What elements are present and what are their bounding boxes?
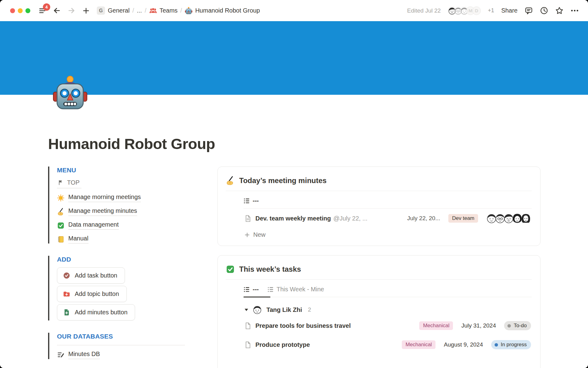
page-file-icon: [244, 341, 252, 349]
clock-icon: [540, 6, 548, 15]
menu-link-data-management[interactable]: Data management: [57, 221, 217, 230]
window-toolbar: 4 G General / ... / Teams /: [0, 0, 588, 21]
list-view-icon: [243, 286, 250, 293]
check-box-icon: [226, 265, 235, 274]
list-view-icon: [243, 197, 250, 204]
share-button[interactable]: Share: [501, 7, 518, 14]
check-box-icon: [57, 222, 65, 229]
more-options-button[interactable]: [571, 6, 579, 15]
assignee-name: Tang Lik Zhi: [266, 306, 302, 313]
list-view-icon: [267, 286, 274, 293]
ellipsis-icon: [571, 6, 579, 15]
breadcrumb-general[interactable]: General: [108, 7, 130, 14]
page-menu-column: MENU TOP Manage morning meetings Manage …: [48, 167, 217, 368]
page-icon-robot[interactable]: [51, 75, 89, 112]
add-minutes-button[interactable]: Add minutes button: [57, 304, 135, 320]
document-plus-icon: [63, 309, 70, 316]
flag-icon: [58, 179, 64, 186]
avatar-letter-d[interactable]: D: [472, 6, 481, 15]
weekly-tasks-card: This week’s tasks --- This Week - Mine: [217, 255, 541, 368]
minutes-db-link[interactable]: Minutes DB: [57, 351, 217, 359]
divider: [57, 345, 185, 345]
comments-button[interactable]: [525, 6, 533, 15]
page-file-icon: [244, 215, 252, 222]
view-tabs: ---: [243, 197, 532, 209]
card-heading: Today’s meeting minutes: [226, 175, 532, 191]
breadcrumb: G General / ... / Teams / Humanoid Robot…: [97, 6, 260, 15]
view-tab-default[interactable]: ---: [243, 286, 259, 293]
dev-team-tag: Dev team: [448, 214, 478, 223]
last-edited-label: Edited Jul 22: [407, 7, 441, 14]
task-title: Prepare tools for business travel: [255, 322, 351, 329]
page-file-icon: [244, 322, 252, 330]
circle-check-icon: [63, 272, 70, 279]
writing-hand-icon: [57, 208, 65, 216]
breadcrumb-ellipsis[interactable]: ...: [137, 7, 142, 14]
menu-link-manual[interactable]: Manual: [57, 235, 217, 243]
view-tab-this-week-mine[interactable]: This Week - Mine: [267, 286, 324, 293]
robot-icon: [51, 75, 89, 112]
back-button[interactable]: [53, 6, 61, 15]
add-task-button[interactable]: Add task button: [57, 267, 125, 284]
menu-heading: MENU: [57, 167, 217, 174]
top-anchor-link[interactable]: TOP: [57, 178, 81, 188]
back-arrow-icon: [53, 6, 61, 15]
assignee-group-row[interactable]: Tang Lik Zhi 2: [243, 305, 532, 314]
group-count: 2: [308, 306, 311, 313]
status-badge-todo: To-do: [504, 321, 531, 330]
notification-badge: 4: [43, 3, 50, 11]
attendee-avatars: [486, 213, 531, 224]
notebook-icon: [57, 236, 65, 243]
task-due-date: August 9, 2024: [444, 341, 483, 348]
content-column: Today’s meeting minutes --- Dev. team we…: [217, 167, 541, 368]
add-topic-button[interactable]: Add topic button: [57, 286, 127, 302]
favorite-button[interactable]: [555, 6, 564, 15]
minutes-database-view: --- Dev. team weekly meeting @July 22, .…: [243, 197, 532, 240]
plus-icon: [82, 7, 90, 15]
task-row[interactable]: Prepare tools for business travel Mechan…: [243, 318, 532, 333]
breadcrumb-current-page[interactable]: Humanoid Robot Group: [185, 7, 260, 15]
collaborator-avatars: M D: [448, 6, 481, 15]
status-dot: [495, 343, 498, 347]
databases-heading: OUR DATABASES: [57, 333, 217, 340]
meeting-date: July 22, 20...: [407, 215, 440, 222]
list-edit-icon: [57, 351, 65, 359]
sun-icon: [57, 194, 65, 202]
mechanical-tag: Mechanical: [402, 340, 435, 349]
meeting-row[interactable]: Dev. team weekly meeting @July 22, ... J…: [243, 209, 532, 228]
menu-section: MENU TOP Manage morning meetings Manage …: [48, 167, 217, 243]
view-tab-default[interactable]: ---: [243, 197, 259, 204]
collapse-triangle-icon: [244, 308, 249, 312]
task-due-date: July 31, 2024: [461, 322, 496, 329]
add-section: ADD Add task button Add topic button Add…: [48, 256, 217, 320]
task-title: Produce prototype: [255, 341, 310, 348]
avatar-overflow-count[interactable]: +1: [488, 7, 494, 14]
new-tab-button[interactable]: [82, 7, 90, 15]
maximize-button[interactable]: [25, 8, 30, 13]
databases-section: OUR DATABASES Minutes DB: [48, 333, 217, 359]
close-button[interactable]: [10, 8, 15, 13]
breadcrumb-teams[interactable]: Teams: [149, 7, 178, 15]
menu-link-meeting-minutes[interactable]: Manage meeting minutes: [57, 207, 217, 216]
plus-icon: [244, 232, 250, 238]
breadcrumb-separator: /: [180, 7, 182, 14]
task-row[interactable]: Produce prototype Mechanical August 9, 2…: [243, 337, 532, 352]
new-row-button[interactable]: New: [243, 228, 532, 240]
mechanical-tag: Mechanical: [419, 321, 453, 330]
menu-link-morning-meetings[interactable]: Manage morning meetings: [57, 194, 217, 202]
workspace-icon[interactable]: G: [97, 6, 105, 15]
window-controls: [10, 8, 30, 13]
minimize-button[interactable]: [18, 8, 23, 13]
comment-icon: [525, 6, 533, 15]
breadcrumb-separator: /: [145, 7, 146, 14]
updates-button[interactable]: [540, 6, 548, 15]
view-tabs: --- This Week - Mine: [243, 286, 532, 297]
page-body: Humanoid Robot Group MENU TOP Manage mor…: [0, 95, 588, 368]
forward-button[interactable]: [67, 6, 76, 15]
status-badge-in-progress: In progress: [491, 340, 531, 349]
teams-people-icon: [149, 7, 157, 15]
sidebar-toggle-button[interactable]: 4: [38, 7, 46, 15]
writing-hand-icon: [226, 176, 235, 185]
card-title: This week’s tasks: [239, 265, 301, 274]
robot-icon: [185, 7, 193, 15]
